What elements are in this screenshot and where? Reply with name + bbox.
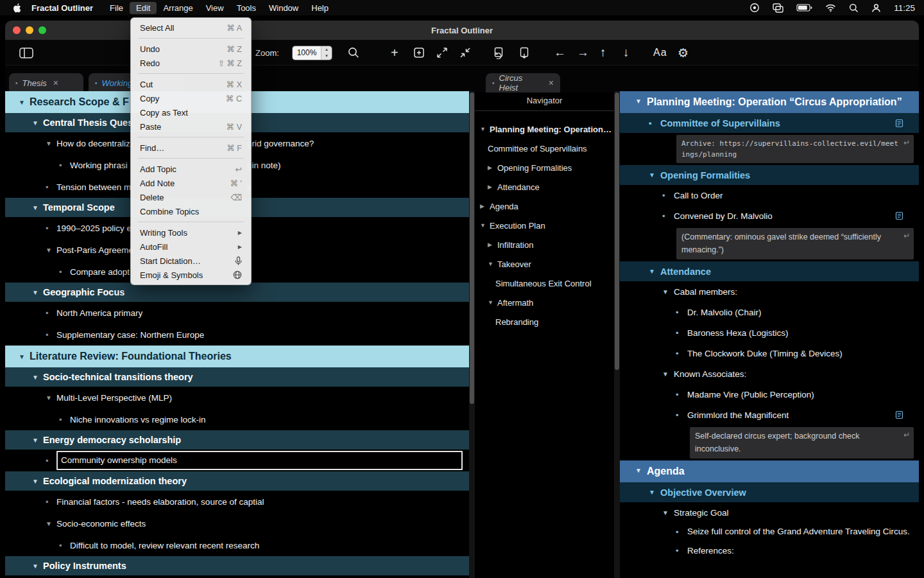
outline-heading[interactable]: ▼Literature Review: Foundational Theorie… — [5, 346, 469, 367]
note[interactable]: (Commentary: ominous gavel strike deemed… — [676, 228, 914, 259]
outline-topic[interactable]: •The Clockwork Duke (Timing & Devices) — [620, 343, 919, 363]
menubar-app-name[interactable]: Fractal Outliner — [25, 2, 99, 14]
outline-topic[interactable]: •Grimmlord the Magnificent — [620, 405, 919, 425]
note[interactable]: Self-declared circus expert; background … — [690, 427, 914, 459]
disclosure-triangle-icon[interactable]: ▼ — [32, 563, 43, 570]
menubar-item-help[interactable]: Help — [305, 2, 335, 14]
disclosure-triangle-icon[interactable]: ▼ — [46, 520, 56, 527]
outline-note-row[interactable]: (Commentary: ominous gavel strike deemed… — [620, 226, 919, 261]
text-format-button[interactable]: Aa — [653, 40, 667, 65]
note-document-icon[interactable] — [895, 212, 903, 220]
outline-topic[interactable]: •Seize full control of the Grand Adventu… — [620, 523, 919, 541]
menu-item-autofill[interactable]: AutoFill▶ — [134, 240, 248, 254]
screen-record-icon[interactable] — [749, 3, 760, 13]
outline-topic[interactable]: ▼Multi-Level Perspective (MLP) — [5, 387, 469, 408]
spotlight-icon[interactable] — [849, 3, 859, 13]
scrollbar-thumb[interactable] — [615, 92, 619, 370]
menu-item-undo[interactable]: Undo⌘ Z — [134, 42, 248, 56]
stage-manager-icon[interactable] — [773, 3, 783, 13]
menu-item-start-dictation[interactable]: Start Dictation… — [134, 254, 248, 268]
disclosure-triangle-icon[interactable]: ▼ — [488, 261, 497, 267]
menu-item-emoji-symbols[interactable]: Emoji & Symbols — [134, 268, 248, 282]
menu-item-delete[interactable]: Delete⌫ — [134, 190, 248, 204]
menubar-item-file[interactable]: File — [103, 2, 130, 14]
move-up-icon[interactable]: ↑ — [600, 40, 606, 65]
move-down-icon[interactable]: ↓ — [623, 40, 629, 65]
disclosure-triangle-icon[interactable]: ▼ — [649, 489, 660, 496]
tab-circus-heist[interactable]: • Circus Heist × — [486, 73, 560, 92]
scrollbar-left[interactable] — [469, 91, 475, 578]
disclosure-triangle-icon[interactable]: ▼ — [635, 98, 647, 105]
outline-topic[interactable]: •Community ownership models — [5, 450, 469, 471]
disclosure-triangle-icon[interactable]: ▶ — [488, 184, 497, 190]
menu-item-add-topic[interactable]: Add Topic↩ — [134, 162, 248, 176]
outline-topic[interactable]: •Baroness Hexa (Logistics) — [620, 322, 919, 343]
disclosure-triangle-icon[interactable]: ▼ — [662, 371, 674, 378]
navigator-item-committee-of-supervillains[interactable]: Committee of Supervillains — [475, 139, 614, 158]
outline-heading[interactable]: ▼Socio-technical transitions theory — [5, 367, 469, 387]
disclosure-triangle-icon[interactable]: ▶ — [488, 164, 497, 171]
outline-heading[interactable]: ▼Geographic Focus — [5, 283, 469, 302]
menu-item-select-all[interactable]: Select All⌘ A — [134, 21, 248, 35]
navigator-item-simultaneous-exit-control[interactable]: Simultaneous Exit Control — [475, 274, 614, 293]
tab-thesis[interactable]: • Thesis × — [9, 73, 83, 92]
close-window-button[interactable] — [13, 26, 21, 34]
outline-heading[interactable]: ▼Ecological modernization theory — [5, 471, 469, 491]
disclosure-triangle-icon[interactable]: ▼ — [46, 140, 56, 147]
close-tab-icon[interactable]: × — [53, 78, 58, 88]
note[interactable]: Archive: https://supervillains-collectiv… — [676, 135, 914, 163]
navigator-item-takeover[interactable]: ▼Takeover — [475, 254, 614, 274]
outline-topic[interactable]: ▼Cabal members: — [620, 281, 919, 302]
zoom-window-button[interactable] — [38, 26, 46, 34]
outdent-icon[interactable]: ← — [554, 40, 566, 65]
disclosure-triangle-icon[interactable]: ▼ — [19, 353, 30, 360]
outline-heading[interactable]: ▼Objective Overview — [620, 482, 919, 502]
navigator-item-attendance[interactable]: ▶Attendance — [475, 177, 614, 197]
battery-icon[interactable] — [796, 4, 812, 12]
outline-topic[interactable]: •Niche innovations vs regime lock-in — [5, 408, 469, 430]
close-tab-icon[interactable]: × — [549, 78, 554, 88]
menu-item-redo[interactable]: Redo⇧ ⌘ Z — [134, 56, 248, 70]
navigator-item-opening-formalities[interactable]: ▶Opening Formalities — [475, 158, 614, 177]
scrollbar-navigator[interactable] — [614, 91, 620, 578]
note-document-icon[interactable] — [895, 411, 903, 419]
disclosure-triangle-icon[interactable]: ▶ — [480, 203, 490, 209]
add-topic-icon[interactable]: + — [391, 40, 398, 65]
outline-heading[interactable]: ▼Opening Formalities — [620, 165, 919, 185]
disclosure-triangle-icon[interactable]: ▶ — [488, 241, 497, 248]
zoom-stepper[interactable]: 100% ▲▼ — [292, 40, 332, 65]
copy-topic-icon[interactable] — [493, 40, 504, 65]
disclosure-triangle-icon[interactable]: ▼ — [488, 299, 497, 306]
disclosure-triangle-icon[interactable]: ▼ — [649, 171, 660, 179]
disclosure-triangle-icon[interactable]: ▼ — [649, 268, 660, 275]
zoom-stepper-buttons[interactable]: ▲▼ — [321, 46, 332, 60]
indent-icon[interactable]: → — [577, 40, 589, 65]
menubar-item-tools[interactable]: Tools — [230, 2, 262, 14]
outline-topic[interactable]: •Call to Order — [620, 185, 919, 206]
menu-item-cut[interactable]: Cut⌘ X — [134, 77, 248, 91]
navigator-item-execution-plan[interactable]: ▼Execution Plan — [475, 216, 614, 235]
minimize-window-button[interactable] — [26, 26, 33, 34]
outline-heading[interactable]: ▼Planning Meeting: Operation “Circus App… — [620, 91, 919, 113]
disclosure-triangle-icon[interactable]: ▼ — [46, 394, 56, 401]
search-icon[interactable] — [348, 40, 359, 65]
outline-heading[interactable]: ▼Attendance — [620, 261, 919, 281]
outline-note-row[interactable]: Archive: https://supervillains-collectiv… — [620, 133, 919, 165]
navigator-item-rebranding[interactable]: Rebranding — [475, 312, 614, 331]
menubar-clock[interactable]: 11:25 — [894, 3, 915, 13]
outline-topic[interactable]: ▼Socio-economic effects — [5, 512, 469, 534]
outline-topic[interactable]: ▼Known Associates: — [620, 363, 919, 384]
outline-topic[interactable]: ▼Strategic Goal — [620, 502, 919, 523]
menubar-item-view[interactable]: View — [200, 2, 230, 14]
disclosure-triangle-icon[interactable]: ▼ — [480, 222, 490, 229]
outline-heading[interactable]: ▼Energy democracy scholarship — [5, 430, 469, 450]
topic-edit-field[interactable]: Community ownership models — [56, 451, 463, 470]
disclosure-triangle-icon[interactable]: ▼ — [662, 288, 674, 295]
disclosure-triangle-icon[interactable]: ▼ — [480, 126, 490, 132]
wifi-icon[interactable] — [825, 4, 836, 12]
settings-gear-icon[interactable]: ⚙ — [678, 40, 689, 65]
disclosure-triangle-icon[interactable]: ▼ — [46, 247, 56, 254]
navigator-item-agenda[interactable]: ▶Agenda — [475, 197, 614, 216]
navigator-item-infiltration[interactable]: ▶Infiltration — [475, 235, 614, 254]
apple-menu-icon[interactable] — [13, 3, 21, 13]
